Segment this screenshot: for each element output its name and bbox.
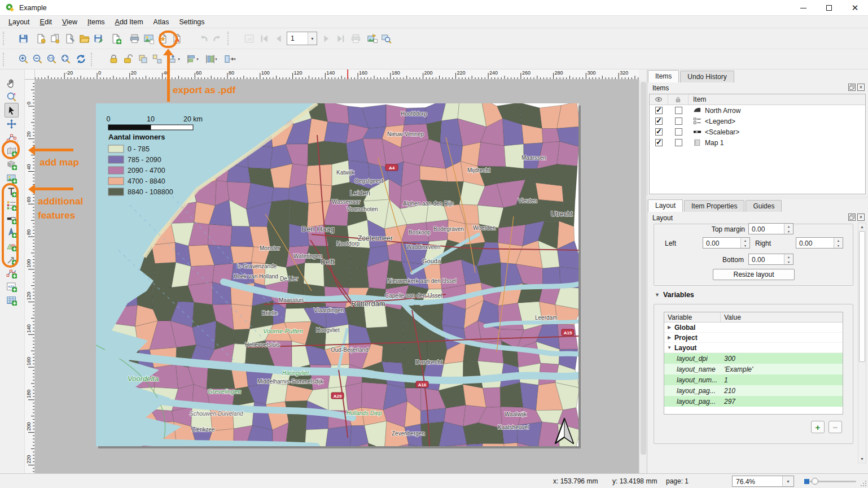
close-panel-button[interactable]: × xyxy=(857,84,865,91)
close-button[interactable]: ✕ xyxy=(842,0,868,16)
scroll-up-icon[interactable]: ▲ xyxy=(858,223,866,230)
atlas-page-value[interactable]: 1 xyxy=(287,34,308,42)
toolbar-handle[interactable] xyxy=(3,32,7,45)
value-column-header[interactable]: Value xyxy=(721,312,843,322)
lock-checkbox[interactable] xyxy=(675,128,682,136)
map-item[interactable]: A4A15A16A29 HoofddorpNieuw-VennepMijdrec… xyxy=(96,103,578,446)
layout-page[interactable]: A4A15A16A29 HoofddorpNieuw-VennepMijdrec… xyxy=(96,103,578,446)
export-image-button[interactable] xyxy=(142,31,156,46)
select-move-item-button[interactable] xyxy=(5,103,19,117)
spin-down-icon[interactable]: ▼ xyxy=(741,243,749,248)
move-item-content-button[interactable] xyxy=(5,116,19,131)
right-margin-value[interactable]: 0.00 xyxy=(796,238,834,248)
open-template-button[interactable] xyxy=(77,31,91,46)
maximize-button[interactable] xyxy=(816,0,842,16)
zoom-level-value[interactable]: 76.4% xyxy=(733,476,782,486)
left-margin-value[interactable]: 0.00 xyxy=(703,238,740,248)
spin-down-icon[interactable]: ▼ xyxy=(784,259,793,264)
add-html-button[interactable]: </> xyxy=(5,279,19,294)
tab-guides[interactable]: Guides xyxy=(746,200,782,212)
visibility-checkbox[interactable] xyxy=(655,139,663,146)
menu-settings[interactable]: Settings xyxy=(174,17,209,27)
visibility-checkbox[interactable] xyxy=(655,128,663,136)
variables-section-header[interactable]: ▼ Variables xyxy=(655,291,694,299)
variable-row[interactable]: layout_pag...210 xyxy=(664,385,843,396)
toolbar-handle[interactable] xyxy=(91,53,95,66)
resize-grip[interactable] xyxy=(860,480,867,487)
new-layout-button[interactable] xyxy=(34,31,48,46)
refresh-button[interactable] xyxy=(74,52,88,67)
lock-items-button[interactable] xyxy=(107,52,121,67)
print-button[interactable] xyxy=(128,31,142,46)
toolbar-handle[interactable] xyxy=(227,32,231,45)
vertical-ruler[interactable]: 020406080100120140160180200220 xyxy=(25,80,35,473)
spin-up-icon[interactable]: ▲ xyxy=(741,238,749,243)
minimize-button[interactable] xyxy=(790,0,816,16)
spin-arrows[interactable]: ▲▼ xyxy=(740,238,749,248)
tab-items[interactable]: Items xyxy=(648,70,679,82)
remove-variable-button[interactable]: − xyxy=(828,421,842,433)
unlock-items-button[interactable] xyxy=(121,52,135,67)
group-items-button[interactable] xyxy=(136,52,150,67)
variable-row[interactable]: layout_dpi300 xyxy=(664,353,843,364)
menu-edit[interactable]: Edit xyxy=(35,17,58,27)
add-variable-button[interactable]: + xyxy=(811,421,825,433)
lock-checkbox[interactable] xyxy=(675,117,682,125)
right-margin-spin[interactable]: 0.00 ▲▼ xyxy=(796,237,843,249)
menu-items[interactable]: Items xyxy=(82,17,110,27)
ungroup-items-button[interactable] xyxy=(150,52,164,67)
tab-undo-history[interactable]: Undo History xyxy=(680,71,734,82)
layout-canvas[interactable]: A4A15A16A29 HoofddorpNieuw-VennepMijdrec… xyxy=(35,80,639,473)
atlas-page-combo[interactable]: 1▼ xyxy=(287,32,317,45)
variable-row[interactable]: layout_name'Example' xyxy=(664,364,843,374)
scrollbar-thumb[interactable] xyxy=(641,82,646,455)
lock-column-header[interactable] xyxy=(668,94,689,104)
save-as-template-button[interactable] xyxy=(91,31,106,46)
float-panel-button[interactable] xyxy=(848,84,856,91)
resize-items-button[interactable]: ▼ xyxy=(221,52,239,67)
zoom-slider[interactable] xyxy=(804,476,858,487)
lock-checkbox[interactable] xyxy=(675,107,682,114)
item-row[interactable]: <Legend> xyxy=(650,116,865,127)
slider-handle[interactable] xyxy=(812,478,818,485)
spin-arrows[interactable]: ▲▼ xyxy=(834,238,843,248)
toolbar-handle[interactable] xyxy=(3,53,7,66)
scrollbar-thumb[interactable] xyxy=(859,231,865,362)
variable-group-project[interactable]: ▶Project xyxy=(664,333,843,343)
spin-down-icon[interactable]: ▼ xyxy=(834,243,843,248)
chevron-down-icon[interactable]: ▼ xyxy=(782,476,794,486)
spin-up-icon[interactable]: ▲ xyxy=(784,254,793,259)
expand-arrow-icon[interactable]: ▶ xyxy=(664,335,674,340)
tab-layout[interactable]: Layout xyxy=(648,199,683,212)
layout-manager-button[interactable] xyxy=(63,31,77,46)
expand-arrow-icon[interactable]: ▶ xyxy=(664,325,674,330)
visibility-checkbox[interactable] xyxy=(655,117,663,125)
lock-checkbox[interactable] xyxy=(675,139,682,146)
close-panel-button[interactable]: × xyxy=(857,213,865,221)
zoom-level-combo[interactable]: 76.4% ▼ xyxy=(732,476,794,487)
collapse-arrow-icon[interactable]: ▼ xyxy=(664,345,674,350)
distribute-items-button[interactable]: ▼ xyxy=(203,52,220,67)
top-margin-spin[interactable]: 0.00 ▲▼ xyxy=(748,223,794,234)
chevron-down-icon[interactable]: ▼ xyxy=(308,32,317,45)
menu-atlas[interactable]: Atlas xyxy=(148,17,174,27)
bottom-margin-spin[interactable]: 0.00 ▲▼ xyxy=(748,254,794,265)
variable-row[interactable]: layout_pag...297 xyxy=(664,396,843,407)
top-margin-value[interactable]: 0.00 xyxy=(749,224,784,234)
variable-row[interactable]: layout_num...1 xyxy=(664,374,843,385)
spin-arrows[interactable]: ▲▼ xyxy=(784,254,793,264)
variable-group-global[interactable]: ▶Global xyxy=(664,323,843,333)
menu-view[interactable]: View xyxy=(57,17,82,27)
add-attribute-table-button[interactable] xyxy=(5,293,19,307)
save-button[interactable] xyxy=(16,31,30,46)
bottom-margin-value[interactable]: 0.00 xyxy=(749,254,784,264)
resize-layout-button[interactable]: Resize layout xyxy=(713,269,795,280)
duplicate-layout-button[interactable] xyxy=(48,31,62,46)
zoom-full-button[interactable] xyxy=(59,52,73,67)
canvas-vertical-scrollbar[interactable] xyxy=(639,80,647,473)
export-atlas-button[interactable] xyxy=(365,31,379,46)
tab-item-properties[interactable]: Item Properties xyxy=(684,200,744,212)
item-row[interactable]: North Arrow xyxy=(650,105,865,116)
visibility-column-header[interactable] xyxy=(650,94,668,104)
zoom-button[interactable] xyxy=(5,89,19,104)
